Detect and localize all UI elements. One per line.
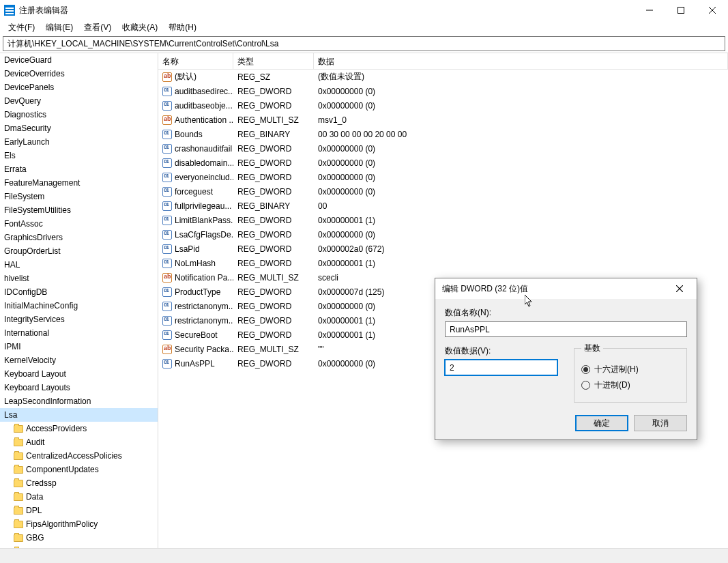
value-name: Authentication ... <box>175 115 233 125</box>
list-row[interactable]: fullprivilegeau...REG_BINARY00 <box>158 199 728 213</box>
tree-item[interactable]: Els <box>0 149 158 162</box>
tree-item[interactable]: HAL <box>0 258 158 272</box>
list-row[interactable]: forceguestREG_DWORD0x00000000 (0) <box>158 184 728 199</box>
tree-pane[interactable]: DeviceGuardDeviceOverridesDevicePanelsDe… <box>0 53 158 548</box>
menu-help[interactable]: 帮助(H) <box>163 20 202 35</box>
tree-item[interactable]: KernelVelocity <box>0 353 158 367</box>
value-data: 00 <box>314 200 728 212</box>
value-name: disabledomain... <box>175 158 233 168</box>
list-row[interactable]: everyoneinclud...REG_DWORD0x00000000 (0) <box>158 170 728 184</box>
value-data: 0x00000000 (0) <box>314 157 728 169</box>
svg-rect-0 <box>678 8 684 14</box>
tree-item[interactable]: ComponentUpdates <box>0 463 158 476</box>
value-name: ProductType <box>175 287 220 297</box>
tree-item[interactable]: Credssp <box>0 476 158 490</box>
menu-file[interactable]: 文件(F) <box>3 20 40 35</box>
tree-item[interactable]: DeviceOverrides <box>0 67 158 81</box>
tree-item[interactable]: CentralizedAccessPolicies <box>0 449 158 463</box>
list-row[interactable]: NoLmHashREG_DWORD0x00000001 (1) <box>158 256 728 270</box>
tree-item[interactable]: IDConfigDB <box>0 285 158 299</box>
app-icon <box>4 5 15 16</box>
tree-item[interactable]: Diagnostics <box>0 108 158 121</box>
col-header-name[interactable]: 名称 <box>158 53 233 69</box>
tree-item[interactable]: FileSystem <box>0 190 158 203</box>
tree-item[interactable]: LeapSecondInformation <box>0 394 158 408</box>
tree-item[interactable]: EarlyLaunch <box>0 135 158 149</box>
binary-value-icon <box>162 158 172 168</box>
list-row[interactable]: Authentication ...REG_MULTI_SZmsv1_0 <box>158 113 728 127</box>
menu-favorites[interactable]: 收藏夹(A) <box>117 20 163 35</box>
list-row[interactable]: LimitBlankPass...REG_DWORD0x00000001 (1) <box>158 213 728 227</box>
tree-item[interactable]: Data <box>0 490 158 504</box>
col-header-type[interactable]: 类型 <box>233 53 314 69</box>
tree-item[interactable]: FileSystemUtilities <box>0 203 158 217</box>
tree-item-label: FipsAlgorithmPolicy <box>26 519 98 529</box>
binary-value-icon <box>162 287 172 297</box>
value-name: LimitBlankPass... <box>175 216 233 225</box>
tree-item[interactable]: Errata <box>0 162 158 176</box>
binary-value-icon <box>162 187 172 197</box>
list-row[interactable]: LsaCfgFlagsDe...REG_DWORD0x00000000 (0) <box>158 227 728 242</box>
col-header-data[interactable]: 数据 <box>314 53 728 69</box>
tree-item[interactable]: Lsa <box>0 408 158 422</box>
radio-dec[interactable] <box>581 381 590 390</box>
binary-value-icon <box>162 359 172 369</box>
dialog-close-button[interactable] <box>669 278 690 299</box>
maximize-button[interactable] <box>665 0 697 20</box>
tree-item[interactable]: FeatureManagement <box>0 176 158 190</box>
value-name: Security Packa... <box>175 345 233 354</box>
menu-edit[interactable]: 编辑(E) <box>40 20 78 35</box>
value-type: REG_DWORD <box>233 100 314 112</box>
value-type: REG_DWORD <box>233 157 314 169</box>
value-type: REG_DWORD <box>233 300 314 313</box>
tree-item[interactable]: GBG <box>0 531 158 545</box>
radio-hex-row[interactable]: 十六进制(H) <box>581 364 680 375</box>
binary-value-icon <box>162 330 172 340</box>
tree-item[interactable]: FontAssoc <box>0 217 158 231</box>
tree-item[interactable]: IPMI <box>0 340 158 353</box>
close-button[interactable] <box>697 0 728 20</box>
radio-hex[interactable] <box>581 365 590 374</box>
tree-item[interactable]: DmaSecurity <box>0 121 158 135</box>
address-bar[interactable]: 计算机\HKEY_LOCAL_MACHINE\SYSTEM\CurrentCon… <box>3 36 725 51</box>
list-row[interactable]: auditbasedirec...REG_DWORD0x00000000 (0) <box>158 84 728 98</box>
tree-item[interactable]: InitialMachineConfig <box>0 299 158 313</box>
list-row[interactable]: crashonauditfailREG_DWORD0x00000000 (0) <box>158 141 728 156</box>
tree-item[interactable]: Keyboard Layout <box>0 367 158 381</box>
cancel-button[interactable]: 取消 <box>634 415 687 431</box>
list-row[interactable]: disabledomain...REG_DWORD0x00000000 (0) <box>158 156 728 170</box>
tree-item[interactable]: International <box>0 326 158 340</box>
tree-item[interactable]: Audit <box>0 435 158 449</box>
value-data-input[interactable] <box>445 360 557 375</box>
tree-item[interactable]: GroupOrderList <box>0 244 158 258</box>
tree-item-label: JD <box>26 547 36 548</box>
tree-item[interactable]: hivelist <box>0 272 158 285</box>
tree-item[interactable]: DevicePanels <box>0 81 158 94</box>
ok-button[interactable]: 确定 <box>575 415 628 431</box>
radio-dec-row[interactable]: 十进制(D) <box>581 379 680 391</box>
tree-item[interactable]: JD <box>0 545 158 548</box>
value-type: REG_DWORD <box>233 315 314 327</box>
tree-item[interactable]: DeviceGuard <box>0 53 158 67</box>
tree-item[interactable]: IntegrityServices <box>0 313 158 326</box>
value-name: fullprivilegeau... <box>175 201 231 211</box>
list-row[interactable]: (默认)REG_SZ(数值未设置) <box>158 70 728 84</box>
binary-value-icon <box>162 259 172 268</box>
minimize-button[interactable] <box>634 0 665 20</box>
tree-item-label: GBG <box>26 533 44 543</box>
tree-item[interactable]: DevQuery <box>0 94 158 108</box>
value-type: REG_DWORD <box>233 186 314 198</box>
dialog-titlebar[interactable]: 编辑 DWORD (32 位)值 <box>435 278 697 299</box>
list-row[interactable]: auditbaseobje...REG_DWORD0x00000000 (0) <box>158 98 728 113</box>
list-row[interactable]: BoundsREG_BINARY00 30 00 00 00 20 00 00 <box>158 127 728 141</box>
tree-item[interactable]: FipsAlgorithmPolicy <box>0 517 158 531</box>
menu-view[interactable]: 查看(V) <box>78 20 117 35</box>
value-name-input[interactable] <box>445 321 687 337</box>
value-type: REG_DWORD <box>233 329 314 341</box>
tree-item[interactable]: GraphicsDrivers <box>0 231 158 244</box>
value-data: 0x00000000 (0) <box>314 143 728 155</box>
tree-item[interactable]: AccessProviders <box>0 422 158 435</box>
tree-item[interactable]: Keyboard Layouts <box>0 381 158 394</box>
list-row[interactable]: LsaPidREG_DWORD0x000002a0 (672) <box>158 242 728 256</box>
tree-item[interactable]: DPL <box>0 504 158 517</box>
